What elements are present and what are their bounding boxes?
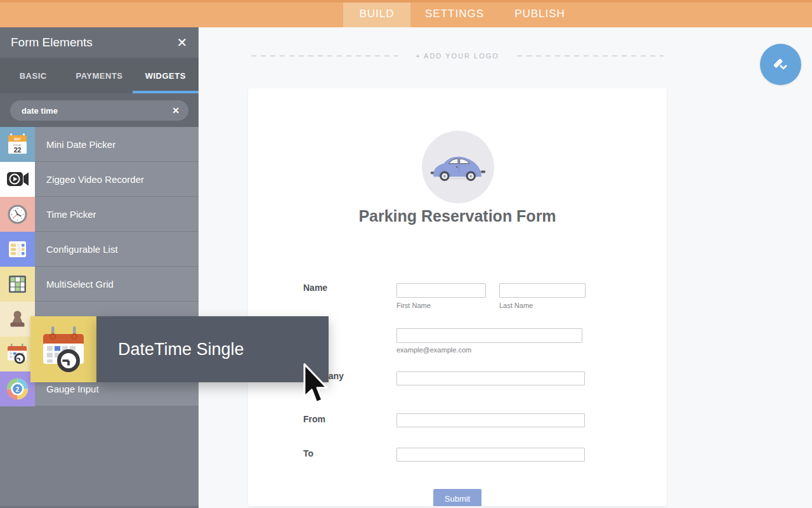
widget-label-area: Time Picker (35, 197, 199, 231)
list-grid-icon (0, 232, 35, 267)
widget-label: Mini Date Picker (46, 139, 115, 150)
list-item-mini-date-picker[interactable]: MAY FRIDAY 22 Mini Date Picker (0, 127, 199, 162)
email-sublabel: example@example.com (396, 346, 471, 354)
svg-text:2: 2 (16, 386, 20, 393)
tab-basic[interactable]: BASIC (0, 58, 66, 93)
widget-label: Gauge Input (46, 384, 99, 394)
topbar-accent-strip (0, 0, 812, 3)
close-icon[interactable]: ✕ (174, 35, 190, 50)
mini-date-picker-icon: MAY FRIDAY 22 (0, 127, 35, 162)
paint-roller-icon (771, 55, 790, 74)
stamp-icon (0, 302, 35, 337)
list-item-time-picker[interactable]: Time Picker (0, 197, 199, 232)
tab-widgets[interactable]: WIDGETS (133, 58, 199, 93)
clock-icon (0, 197, 35, 232)
car-icon (429, 149, 487, 185)
first-name-sublabel: First Name (396, 302, 431, 309)
from-field-label[interactable]: From (303, 414, 325, 424)
first-name-input[interactable] (396, 283, 486, 298)
form-title[interactable]: Parking Reservation Form (248, 207, 667, 225)
widget-label-area: MultiSelect Grid (35, 267, 199, 301)
gauge-icon: 2 (0, 371, 35, 406)
logo-dash-left (251, 55, 398, 57)
panel-header: Form Elements ✕ (0, 27, 199, 58)
last-name-input[interactable] (499, 283, 586, 298)
widget-label: Ziggeo Video Recorder (46, 174, 144, 185)
datetime-icon (0, 337, 35, 371)
svg-text:22: 22 (14, 146, 22, 154)
from-input[interactable] (396, 413, 585, 427)
app-topbar: BUILD SETTINGS PUBLISH (0, 0, 812, 27)
svg-text:MAY: MAY (14, 137, 21, 141)
last-name-sublabel: Last Name (499, 302, 533, 309)
search-clear-icon[interactable]: ✕ (172, 105, 180, 116)
panel-title: Form Elements (11, 36, 93, 50)
submit-button[interactable]: Submit (433, 489, 481, 506)
search-value: date time (22, 106, 172, 116)
grid-icon (0, 267, 35, 302)
add-logo-area[interactable]: + ADD YOUR LOGO (251, 50, 664, 62)
widget-label-area: Ziggeo Video Recorder (35, 162, 199, 196)
form-avatar (422, 131, 494, 203)
logo-dash-right (517, 55, 664, 57)
list-item-configurable-list[interactable]: Configurable List (0, 232, 199, 267)
list-item-multiselect-grid[interactable]: MultiSelect Grid (0, 267, 199, 302)
topbar-tabs: BUILD SETTINGS PUBLISH (343, 0, 581, 27)
company-input[interactable] (396, 371, 585, 385)
mouse-cursor-icon (301, 363, 331, 407)
widget-search-row: date time ✕ (0, 93, 199, 127)
to-field-label[interactable]: To (303, 448, 313, 458)
drag-ghost-datetime-icon (30, 316, 96, 382)
form-canvas: + ADD YOUR LOGO (199, 27, 812, 508)
search-input[interactable]: date time ✕ (10, 100, 188, 121)
tab-publish[interactable]: PUBLISH (499, 0, 581, 27)
form-elements-panel: Form Elements ✕ BASIC PAYMENTS WIDGETS d… (0, 27, 199, 508)
drag-ghost-text: DateTime Single (118, 340, 244, 359)
add-logo-label: + ADD YOUR LOGO (416, 52, 499, 60)
widget-label-area: Mini Date Picker (35, 127, 199, 161)
video-recorder-icon (0, 162, 35, 197)
widget-label-area: Configurable List (35, 232, 199, 266)
panel-tabs: BASIC PAYMENTS WIDGETS (0, 58, 199, 93)
tab-settings[interactable]: SETTINGS (410, 0, 499, 27)
to-input[interactable] (396, 448, 585, 462)
form-designer-button[interactable] (760, 44, 801, 85)
datetime-large-icon (38, 324, 89, 375)
email-input[interactable] (396, 328, 582, 343)
name-field-label[interactable]: Name (303, 283, 327, 293)
drag-ghost-label: DateTime Single (96, 316, 329, 382)
form-preview-card[interactable]: Parking Reservation Form Name First Name… (248, 88, 667, 506)
list-item-ziggeo-video-recorder[interactable]: Ziggeo Video Recorder (0, 162, 199, 197)
tab-payments[interactable]: PAYMENTS (66, 58, 132, 93)
widget-label: Configurable List (46, 244, 118, 255)
widget-label: Time Picker (46, 209, 96, 220)
tab-build[interactable]: BUILD (343, 0, 410, 27)
widget-label: MultiSelect Grid (46, 279, 114, 290)
